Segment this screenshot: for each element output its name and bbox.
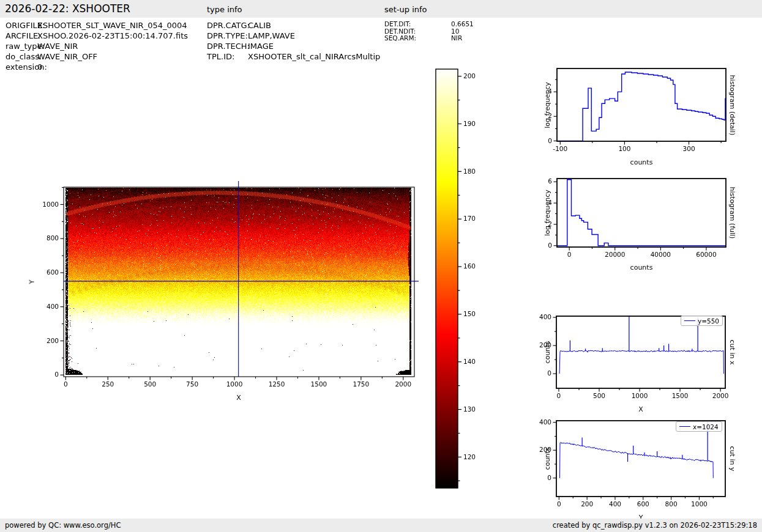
type-info-row: DPR.TECH:IMAGE bbox=[207, 41, 380, 51]
setup-info-title: set-up info bbox=[384, 5, 427, 14]
file-info-row: extension:0 bbox=[6, 62, 188, 72]
cut-y-y-label: counts bbox=[543, 448, 551, 470]
extension-value: 0 bbox=[37, 62, 42, 72]
arcfile-label: ARCFILE: bbox=[6, 31, 37, 41]
legend-line-swatch bbox=[684, 320, 695, 321]
main-x-axis-label: X bbox=[236, 394, 241, 402]
cut-x-legend-label: y=550 bbox=[698, 317, 719, 325]
hist-full-y-label: log frequency bbox=[543, 190, 551, 235]
dpr-tech-label: DPR.TECH: bbox=[207, 41, 248, 51]
setup-info-row: SEQ.ARM:NIR bbox=[384, 35, 474, 42]
cut-y-legend-label: x=1024 bbox=[693, 423, 719, 430]
file-info-row: ORIGFILE:XSHOOTER_SLT_WAVE_NIR_054_0004 bbox=[6, 20, 188, 31]
det-dit-value: 0.6651 bbox=[451, 20, 474, 28]
file-info-block: ORIGFILE:XSHOOTER_SLT_WAVE_NIR_054_0004 … bbox=[6, 20, 188, 72]
extension-label: extension: bbox=[6, 62, 37, 72]
tpl-id-value: XSHOOTER_slt_cal_NIRArcsMultip bbox=[248, 52, 380, 61]
seq-arm-value: NIR bbox=[451, 34, 462, 42]
type-info-title: type info bbox=[207, 5, 242, 14]
setup-info-row: DET.DIT:0.6651 bbox=[384, 21, 474, 28]
rawtype-value: WAVE_NIR bbox=[37, 42, 78, 51]
origfile-label: ORIGFILE: bbox=[6, 20, 37, 31]
dpr-type-label: DPR.TYPE: bbox=[207, 31, 248, 41]
hist-detail-side-label: histogram (detail) bbox=[728, 75, 736, 136]
cut-x-x-label: X bbox=[638, 405, 643, 413]
det-dit-label: DET.DIT: bbox=[384, 21, 451, 28]
type-info-row: DPR.TYPE:LAMP,WAVE bbox=[207, 31, 380, 41]
arcfile-value: XSHOO.2026-02-23T15:00:14.707.fits bbox=[37, 31, 188, 40]
dpr-tech-value: IMAGE bbox=[248, 42, 274, 51]
main-y-axis-label: Y bbox=[28, 280, 36, 284]
type-info-block: DPR.CATG:CALIB DPR.TYPE:LAMP,WAVE DPR.TE… bbox=[207, 20, 380, 62]
hist-full-side-label: histogram (full) bbox=[728, 187, 736, 239]
dpr-catg-value: CALIB bbox=[248, 21, 271, 30]
cut-x-side-label: cut in x bbox=[728, 340, 736, 365]
dpr-type-value: LAMP,WAVE bbox=[248, 31, 295, 40]
dpr-catg-label: DPR.CATG: bbox=[207, 20, 248, 31]
det-ndit-value: 10 bbox=[451, 28, 459, 35]
legend-line-swatch bbox=[679, 426, 690, 427]
file-info-row: ARCFILE:XSHOO.2026-02-23T15:00:14.707.fi… bbox=[6, 31, 188, 41]
cut-x-legend: y=550 bbox=[681, 316, 723, 326]
origfile-value: XSHOOTER_SLT_WAVE_NIR_054_0004 bbox=[37, 21, 187, 30]
doclass-value: WAVE_NIR_OFF bbox=[37, 52, 97, 61]
hist-full-x-label: counts bbox=[630, 264, 653, 272]
page-title: 2026-02-22: XSHOOTER bbox=[5, 2, 130, 15]
footer-created-by: created by qc_rawdisp.py v1.2.3 on 2026-… bbox=[553, 521, 757, 530]
rawtype-label: raw_type: bbox=[6, 41, 37, 51]
footer-powered-by: powered by QC: www.eso.org/HC bbox=[5, 521, 121, 530]
hist-detail-y-label: log frequency bbox=[543, 82, 551, 128]
hist-detail-x-label: counts bbox=[630, 158, 653, 166]
tpl-id-label: TPL.ID: bbox=[207, 51, 248, 62]
file-info-row: do_class:WAVE_NIR_OFF bbox=[6, 51, 188, 62]
type-info-row: DPR.CATG:CALIB bbox=[207, 20, 380, 31]
cut-x-y-label: counts bbox=[543, 341, 551, 364]
cut-y-legend: x=1024 bbox=[676, 421, 722, 432]
type-info-row: TPL.ID:XSHOOTER_slt_cal_NIRArcsMultip bbox=[207, 51, 380, 62]
cut-y-side-label: cut in y bbox=[728, 446, 736, 471]
doclass-label: do_class: bbox=[6, 51, 37, 62]
seq-arm-label: SEQ.ARM: bbox=[384, 35, 451, 42]
setup-info-block: DET.DIT:0.6651 DET.NDIT:10 SEQ.ARM:NIR bbox=[384, 21, 474, 42]
file-info-row: raw_type:WAVE_NIR bbox=[6, 41, 188, 51]
